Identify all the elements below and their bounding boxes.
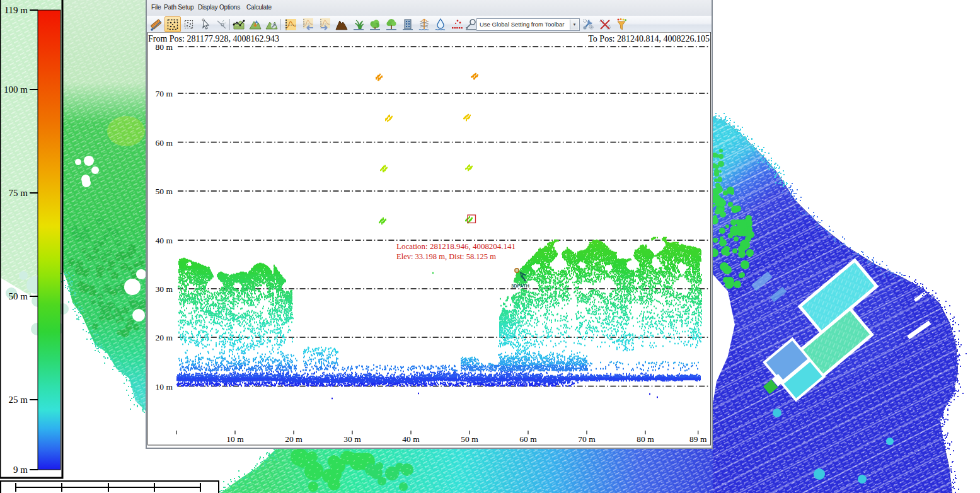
svg-text:9 m: 9 m: [13, 465, 28, 475]
svg-text:25 m: 25 m: [9, 395, 28, 405]
svg-text:50 m: 50 m: [156, 187, 173, 196]
svg-text:50 m: 50 m: [461, 434, 478, 444]
svg-text:80 m: 80 m: [156, 42, 173, 52]
svg-text:30 m: 30 m: [156, 284, 173, 294]
svg-text:70 m: 70 m: [156, 89, 173, 98]
svg-text:75 m: 75 m: [9, 188, 28, 198]
svg-text:50 m: 50 m: [9, 291, 28, 301]
svg-text:3DPATH: 3DPATH: [511, 283, 529, 289]
svg-text:40 m: 40 m: [156, 236, 173, 245]
svg-text:60 m: 60 m: [156, 138, 173, 148]
svg-text:10 m: 10 m: [226, 434, 244, 444]
svg-text:80 m: 80 m: [637, 434, 654, 444]
svg-text:20 m: 20 m: [156, 333, 173, 342]
svg-text:Elev: 33.198 m, Dist: 58.125 m: Elev: 33.198 m, Dist: 58.125 m: [396, 252, 496, 261]
svg-text:89 m: 89 m: [689, 434, 707, 444]
svg-text:40 m: 40 m: [402, 434, 420, 444]
svg-text:10 m: 10 m: [156, 382, 173, 392]
svg-text:To Pos: 281240.814, 4008226.10: To Pos: 281240.814, 4008226.105: [588, 34, 710, 44]
svg-text:119 m: 119 m: [4, 5, 28, 15]
svg-text:100 m: 100 m: [4, 84, 28, 95]
svg-text:70 m: 70 m: [578, 434, 596, 444]
svg-text:30 m: 30 m: [343, 434, 361, 444]
svg-text:20 m: 20 m: [285, 434, 303, 444]
svg-text:60 m: 60 m: [519, 434, 537, 444]
svg-text:Location: 281218.946, 4008204.: Location: 281218.946, 4008204.141: [396, 241, 516, 251]
